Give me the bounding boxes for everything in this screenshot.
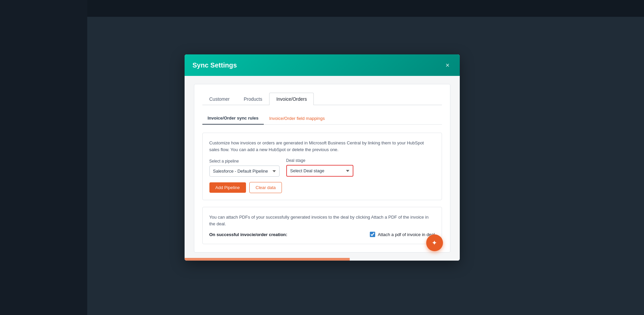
modal-inner-container: Customer Products Invoice/Orders Invoice… xyxy=(194,84,450,253)
pipeline-label: Select a pipeline xyxy=(209,159,280,164)
clear-data-button[interactable]: Clear data xyxy=(249,182,282,193)
sync-settings-modal: Sync Settings × Customer Products Invoic… xyxy=(185,54,460,261)
bottom-bar-hint xyxy=(185,258,460,261)
modal-header: Sync Settings × xyxy=(185,54,460,76)
pipeline-form-group: Select a pipeline Salesforce - Default P… xyxy=(209,159,280,177)
fab-sparkle-icon: ✦ xyxy=(432,239,437,247)
modal-close-button[interactable]: × xyxy=(444,61,452,69)
main-tabs: Customer Products Invoice/Orders xyxy=(202,92,442,105)
deal-stage-form-group: Deal stage Select Deal stage xyxy=(286,158,353,177)
pipeline-buttons: Add Pipeline Clear data xyxy=(209,182,435,193)
fab-sparkle-button[interactable]: ✦ xyxy=(426,234,443,251)
tab-products[interactable]: Products xyxy=(237,93,269,105)
modal-overlay: Sync Settings × Customer Products Invoic… xyxy=(0,0,644,315)
tab-customer[interactable]: Customer xyxy=(202,93,237,105)
attach-pdf-checkbox[interactable] xyxy=(370,232,375,237)
pdf-section: You can attach PDFs of your successfully… xyxy=(202,207,442,244)
pipeline-select[interactable]: Salesforce - Default Pipeline xyxy=(209,166,280,177)
attach-pdf-row: Attach a pdf of invoice in deal xyxy=(370,232,435,237)
tab-field-mappings[interactable]: Invoice/Order field mappings xyxy=(264,112,330,125)
attach-pdf-label: Attach a pdf of invoice in deal xyxy=(378,232,435,237)
pipeline-section-description: Customize how invoices or orders are gen… xyxy=(209,140,435,153)
add-pipeline-button[interactable]: Add Pipeline xyxy=(209,182,246,193)
pipeline-form-row: Select a pipeline Salesforce - Default P… xyxy=(209,158,435,177)
sub-tabs: Invoice/Order sync rules Invoice/Order f… xyxy=(202,112,442,125)
tab-sync-rules[interactable]: Invoice/Order sync rules xyxy=(202,112,264,125)
pdf-section-description: You can attach PDFs of your successfully… xyxy=(209,214,435,227)
modal-title: Sync Settings xyxy=(193,61,237,69)
tab-invoice-orders[interactable]: Invoice/Orders xyxy=(269,93,314,105)
pipeline-section: Customize how invoices or orders are gen… xyxy=(202,133,442,200)
deal-stage-label: Deal stage xyxy=(286,158,353,163)
on-success-label: On successful invocie/order creation: xyxy=(209,232,288,237)
modal-body: Customer Products Invoice/Orders Invoice… xyxy=(185,76,460,261)
deal-stage-select[interactable]: Select Deal stage xyxy=(286,165,353,177)
pdf-row: On successful invocie/order creation: At… xyxy=(209,232,435,237)
